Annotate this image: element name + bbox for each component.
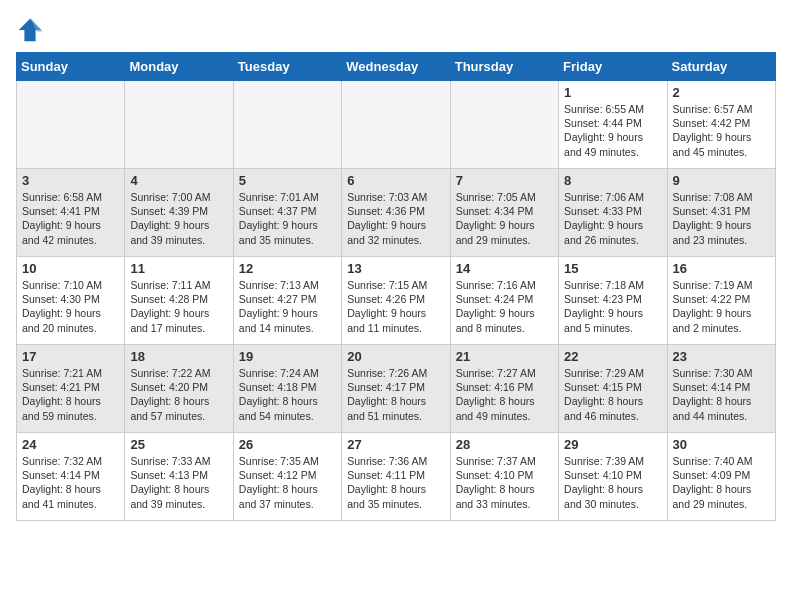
day-number: 4 — [130, 173, 227, 188]
day-info: Sunrise: 7:35 AM Sunset: 4:12 PM Dayligh… — [239, 454, 336, 511]
calendar-cell: 28Sunrise: 7:37 AM Sunset: 4:10 PM Dayli… — [450, 433, 558, 521]
day-number: 15 — [564, 261, 661, 276]
calendar-cell — [233, 81, 341, 169]
day-number: 20 — [347, 349, 444, 364]
calendar-cell: 7Sunrise: 7:05 AM Sunset: 4:34 PM Daylig… — [450, 169, 558, 257]
header-thursday: Thursday — [450, 53, 558, 81]
calendar-cell: 9Sunrise: 7:08 AM Sunset: 4:31 PM Daylig… — [667, 169, 775, 257]
day-number: 9 — [673, 173, 770, 188]
day-info: Sunrise: 7:13 AM Sunset: 4:27 PM Dayligh… — [239, 278, 336, 335]
header-wednesday: Wednesday — [342, 53, 450, 81]
day-number: 11 — [130, 261, 227, 276]
calendar-cell: 18Sunrise: 7:22 AM Sunset: 4:20 PM Dayli… — [125, 345, 233, 433]
day-number: 22 — [564, 349, 661, 364]
day-number: 29 — [564, 437, 661, 452]
calendar-cell: 30Sunrise: 7:40 AM Sunset: 4:09 PM Dayli… — [667, 433, 775, 521]
day-number: 8 — [564, 173, 661, 188]
day-number: 30 — [673, 437, 770, 452]
day-number: 2 — [673, 85, 770, 100]
calendar-header-row: SundayMondayTuesdayWednesdayThursdayFrid… — [17, 53, 776, 81]
calendar-cell: 3Sunrise: 6:58 AM Sunset: 4:41 PM Daylig… — [17, 169, 125, 257]
day-number: 25 — [130, 437, 227, 452]
day-info: Sunrise: 7:30 AM Sunset: 4:14 PM Dayligh… — [673, 366, 770, 423]
calendar-cell — [450, 81, 558, 169]
calendar-cell: 6Sunrise: 7:03 AM Sunset: 4:36 PM Daylig… — [342, 169, 450, 257]
calendar-cell — [125, 81, 233, 169]
day-number: 13 — [347, 261, 444, 276]
calendar-cell: 4Sunrise: 7:00 AM Sunset: 4:39 PM Daylig… — [125, 169, 233, 257]
calendar-cell: 16Sunrise: 7:19 AM Sunset: 4:22 PM Dayli… — [667, 257, 775, 345]
day-info: Sunrise: 7:33 AM Sunset: 4:13 PM Dayligh… — [130, 454, 227, 511]
calendar-cell: 20Sunrise: 7:26 AM Sunset: 4:17 PM Dayli… — [342, 345, 450, 433]
day-number: 21 — [456, 349, 553, 364]
day-number: 28 — [456, 437, 553, 452]
page-header — [16, 16, 776, 44]
calendar-cell: 8Sunrise: 7:06 AM Sunset: 4:33 PM Daylig… — [559, 169, 667, 257]
calendar-cell: 21Sunrise: 7:27 AM Sunset: 4:16 PM Dayli… — [450, 345, 558, 433]
day-info: Sunrise: 7:37 AM Sunset: 4:10 PM Dayligh… — [456, 454, 553, 511]
logo — [16, 16, 48, 44]
day-number: 23 — [673, 349, 770, 364]
day-info: Sunrise: 6:58 AM Sunset: 4:41 PM Dayligh… — [22, 190, 119, 247]
day-info: Sunrise: 7:40 AM Sunset: 4:09 PM Dayligh… — [673, 454, 770, 511]
day-info: Sunrise: 7:32 AM Sunset: 4:14 PM Dayligh… — [22, 454, 119, 511]
header-sunday: Sunday — [17, 53, 125, 81]
day-info: Sunrise: 7:27 AM Sunset: 4:16 PM Dayligh… — [456, 366, 553, 423]
day-info: Sunrise: 7:36 AM Sunset: 4:11 PM Dayligh… — [347, 454, 444, 511]
calendar-cell: 26Sunrise: 7:35 AM Sunset: 4:12 PM Dayli… — [233, 433, 341, 521]
calendar-cell: 14Sunrise: 7:16 AM Sunset: 4:24 PM Dayli… — [450, 257, 558, 345]
day-number: 16 — [673, 261, 770, 276]
day-info: Sunrise: 7:18 AM Sunset: 4:23 PM Dayligh… — [564, 278, 661, 335]
calendar-week-row: 17Sunrise: 7:21 AM Sunset: 4:21 PM Dayli… — [17, 345, 776, 433]
day-info: Sunrise: 7:01 AM Sunset: 4:37 PM Dayligh… — [239, 190, 336, 247]
calendar-cell: 2Sunrise: 6:57 AM Sunset: 4:42 PM Daylig… — [667, 81, 775, 169]
calendar-cell: 13Sunrise: 7:15 AM Sunset: 4:26 PM Dayli… — [342, 257, 450, 345]
day-number: 24 — [22, 437, 119, 452]
calendar-cell: 25Sunrise: 7:33 AM Sunset: 4:13 PM Dayli… — [125, 433, 233, 521]
day-info: Sunrise: 6:57 AM Sunset: 4:42 PM Dayligh… — [673, 102, 770, 159]
day-info: Sunrise: 7:26 AM Sunset: 4:17 PM Dayligh… — [347, 366, 444, 423]
day-info: Sunrise: 7:11 AM Sunset: 4:28 PM Dayligh… — [130, 278, 227, 335]
day-number: 7 — [456, 173, 553, 188]
calendar-week-row: 1Sunrise: 6:55 AM Sunset: 4:44 PM Daylig… — [17, 81, 776, 169]
day-info: Sunrise: 7:19 AM Sunset: 4:22 PM Dayligh… — [673, 278, 770, 335]
day-info: Sunrise: 7:00 AM Sunset: 4:39 PM Dayligh… — [130, 190, 227, 247]
calendar-week-row: 3Sunrise: 6:58 AM Sunset: 4:41 PM Daylig… — [17, 169, 776, 257]
calendar-cell: 11Sunrise: 7:11 AM Sunset: 4:28 PM Dayli… — [125, 257, 233, 345]
day-number: 18 — [130, 349, 227, 364]
calendar-week-row: 10Sunrise: 7:10 AM Sunset: 4:30 PM Dayli… — [17, 257, 776, 345]
calendar-cell: 19Sunrise: 7:24 AM Sunset: 4:18 PM Dayli… — [233, 345, 341, 433]
calendar-cell: 5Sunrise: 7:01 AM Sunset: 4:37 PM Daylig… — [233, 169, 341, 257]
calendar-week-row: 24Sunrise: 7:32 AM Sunset: 4:14 PM Dayli… — [17, 433, 776, 521]
logo-icon — [16, 16, 44, 44]
calendar-cell: 10Sunrise: 7:10 AM Sunset: 4:30 PM Dayli… — [17, 257, 125, 345]
day-number: 17 — [22, 349, 119, 364]
day-info: Sunrise: 7:05 AM Sunset: 4:34 PM Dayligh… — [456, 190, 553, 247]
calendar-cell: 15Sunrise: 7:18 AM Sunset: 4:23 PM Dayli… — [559, 257, 667, 345]
day-info: Sunrise: 7:21 AM Sunset: 4:21 PM Dayligh… — [22, 366, 119, 423]
calendar-cell: 17Sunrise: 7:21 AM Sunset: 4:21 PM Dayli… — [17, 345, 125, 433]
day-number: 1 — [564, 85, 661, 100]
calendar-cell — [342, 81, 450, 169]
day-info: Sunrise: 7:06 AM Sunset: 4:33 PM Dayligh… — [564, 190, 661, 247]
day-number: 19 — [239, 349, 336, 364]
calendar-cell: 27Sunrise: 7:36 AM Sunset: 4:11 PM Dayli… — [342, 433, 450, 521]
day-number: 10 — [22, 261, 119, 276]
day-info: Sunrise: 7:08 AM Sunset: 4:31 PM Dayligh… — [673, 190, 770, 247]
day-info: Sunrise: 7:39 AM Sunset: 4:10 PM Dayligh… — [564, 454, 661, 511]
day-number: 26 — [239, 437, 336, 452]
header-friday: Friday — [559, 53, 667, 81]
day-info: Sunrise: 7:10 AM Sunset: 4:30 PM Dayligh… — [22, 278, 119, 335]
day-info: Sunrise: 7:29 AM Sunset: 4:15 PM Dayligh… — [564, 366, 661, 423]
day-number: 3 — [22, 173, 119, 188]
day-info: Sunrise: 7:03 AM Sunset: 4:36 PM Dayligh… — [347, 190, 444, 247]
day-number: 6 — [347, 173, 444, 188]
day-info: Sunrise: 7:24 AM Sunset: 4:18 PM Dayligh… — [239, 366, 336, 423]
day-number: 27 — [347, 437, 444, 452]
calendar-cell: 1Sunrise: 6:55 AM Sunset: 4:44 PM Daylig… — [559, 81, 667, 169]
day-info: Sunrise: 7:22 AM Sunset: 4:20 PM Dayligh… — [130, 366, 227, 423]
calendar-cell — [17, 81, 125, 169]
day-number: 5 — [239, 173, 336, 188]
day-number: 12 — [239, 261, 336, 276]
day-info: Sunrise: 7:16 AM Sunset: 4:24 PM Dayligh… — [456, 278, 553, 335]
